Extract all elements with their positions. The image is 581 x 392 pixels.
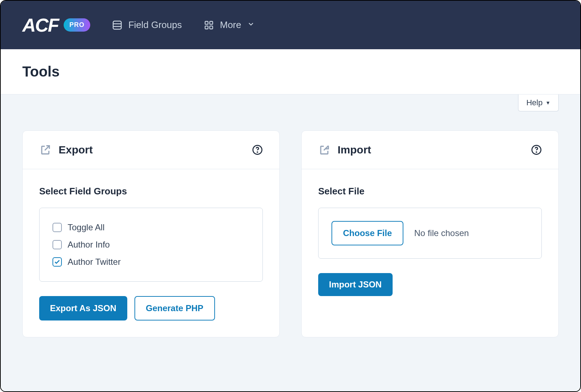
nav-more-label: More: [220, 19, 241, 31]
nav-field-groups[interactable]: Field Groups: [112, 19, 182, 31]
svg-rect-4: [210, 21, 212, 24]
svg-rect-6: [210, 26, 212, 29]
checkbox-toggle-all[interactable]: Toggle All: [52, 219, 250, 236]
import-button-row: Import JSON: [318, 273, 542, 296]
help-tab[interactable]: Help ▼: [518, 94, 559, 111]
pro-badge: PRO: [64, 18, 90, 32]
import-card-body: Select File Choose File No file chosen I…: [302, 169, 558, 313]
checkbox-label: Toggle All: [68, 222, 105, 232]
caret-down-icon: ▼: [545, 100, 550, 106]
import-json-button[interactable]: Import JSON: [318, 273, 393, 296]
logo-area: ACF PRO: [22, 14, 90, 36]
checkbox-input[interactable]: [52, 223, 62, 232]
import-card: Import Select File Choose File No: [301, 130, 559, 337]
acf-logo: ACF: [22, 14, 59, 36]
svg-point-8: [257, 152, 258, 153]
file-select-panel: Choose File No file chosen: [318, 208, 542, 259]
app-window: ACF PRO Field Groups: [0, 0, 581, 392]
checkbox-label: Author Twitter: [68, 257, 121, 267]
nav-more[interactable]: More: [203, 19, 255, 31]
field-groups-panel: Toggle All Author Info Aut: [39, 208, 263, 282]
checkbox-label: Author Info: [68, 240, 110, 250]
generate-php-button[interactable]: Generate PHP: [134, 296, 215, 320]
nav-field-groups-label: Field Groups: [128, 19, 182, 31]
checkbox-input[interactable]: [52, 257, 62, 267]
checkbox-input[interactable]: [52, 240, 62, 249]
top-navbar: ACF PRO Field Groups: [1, 1, 580, 49]
svg-point-10: [536, 152, 537, 153]
chevron-down-icon: [247, 19, 255, 31]
export-icon: [39, 144, 51, 156]
page-title: Tools: [22, 64, 559, 80]
cards-row: Export Select Field Groups: [22, 94, 559, 337]
export-button-row: Export As JSON Generate PHP: [39, 296, 263, 320]
import-card-header: Import: [302, 131, 558, 169]
svg-rect-5: [205, 26, 208, 29]
export-card: Export Select Field Groups: [22, 130, 280, 337]
export-json-button[interactable]: Export As JSON: [39, 296, 127, 320]
svg-rect-3: [205, 21, 208, 24]
export-section-label: Select Field Groups: [39, 186, 263, 197]
import-card-header-left: Import: [318, 144, 371, 156]
export-card-title: Export: [59, 144, 93, 156]
file-status-text: No file chosen: [414, 228, 469, 238]
export-card-body: Select Field Groups Toggle All: [23, 169, 279, 337]
export-card-header: Export: [23, 131, 279, 169]
checkbox-author-twitter[interactable]: Author Twitter: [52, 253, 250, 271]
content-area: Help ▼ Export: [1, 94, 580, 391]
import-card-title: Import: [338, 144, 371, 156]
field-groups-icon: [112, 20, 123, 31]
help-icon[interactable]: [531, 144, 542, 155]
svg-rect-0: [113, 21, 122, 29]
export-card-header-left: Export: [39, 144, 93, 156]
grid-icon: [203, 20, 214, 31]
help-icon[interactable]: [252, 144, 263, 155]
checkbox-author-info[interactable]: Author Info: [52, 236, 250, 253]
import-icon: [318, 144, 330, 156]
help-tab-label: Help: [526, 98, 543, 107]
import-section-label: Select File: [318, 186, 542, 197]
page-title-bar: Tools: [1, 49, 580, 94]
choose-file-button[interactable]: Choose File: [331, 221, 403, 245]
